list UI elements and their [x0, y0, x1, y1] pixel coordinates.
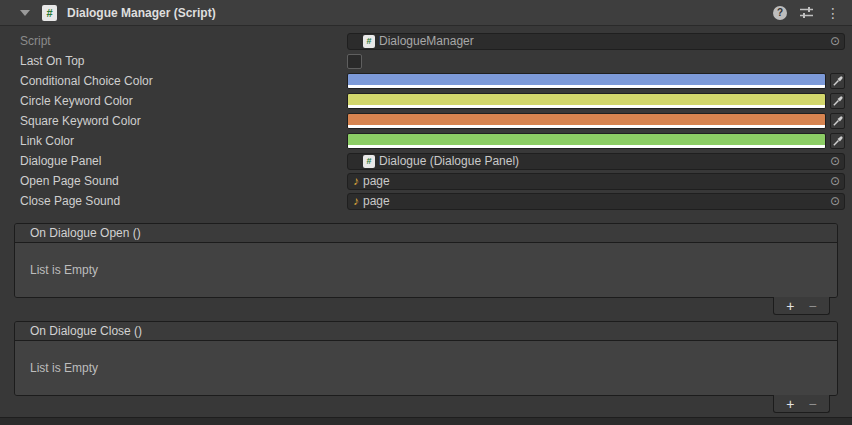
- component-title: Dialogue Manager (Script): [67, 6, 216, 20]
- property-label: Dialogue Panel: [0, 154, 347, 168]
- row-open-page-sound: Open Page Sound ♪ page ⊙: [0, 171, 852, 191]
- color-swatch[interactable]: [347, 73, 826, 89]
- object-picker-icon[interactable]: ⊙: [826, 34, 844, 49]
- color-swatch[interactable]: [347, 113, 826, 129]
- property-label: Conditional Choice Color: [0, 74, 347, 88]
- event-title: On Dialogue Close (): [30, 324, 142, 338]
- csharp-script-icon: #: [42, 5, 57, 21]
- event-list-toolbar: + −: [773, 297, 830, 315]
- event-on-dialogue-open: On Dialogue Open () List is Empty + −: [14, 223, 838, 315]
- eyedropper-button[interactable]: [830, 93, 845, 109]
- object-field-value: page: [363, 194, 826, 208]
- audio-clip-icon: ♪: [353, 174, 359, 188]
- object-field-value: Dialogue (Dialogue Panel): [379, 154, 826, 168]
- row-last-on-top: Last On Top: [0, 51, 852, 71]
- kebab-menu-icon[interactable]: ⋮: [826, 6, 840, 20]
- property-label: Square Keyword Color: [0, 114, 347, 128]
- empty-list-text: List is Empty: [30, 263, 98, 277]
- object-picker-icon[interactable]: ⊙: [826, 174, 844, 189]
- open-page-sound-object-field[interactable]: ♪ page ⊙: [347, 173, 845, 190]
- property-label: Circle Keyword Color: [0, 94, 347, 108]
- eyedropper-button[interactable]: [830, 113, 845, 129]
- row-circle-keyword-color: Circle Keyword Color: [0, 91, 852, 111]
- row-close-page-sound: Close Page Sound ♪ page ⊙: [0, 191, 852, 211]
- alpha-bar: [348, 145, 825, 148]
- event-title: On Dialogue Open (): [30, 226, 141, 240]
- component-header: # Dialogue Manager (Script) ? ⋮: [0, 0, 852, 26]
- property-label: Script: [0, 34, 347, 48]
- eyedropper-button[interactable]: [830, 133, 845, 149]
- remove-event-button[interactable]: −: [809, 299, 817, 313]
- audio-clip-icon: ♪: [353, 194, 359, 208]
- row-link-color: Link Color: [0, 131, 852, 151]
- property-label: Close Page Sound: [0, 194, 347, 208]
- csharp-script-icon: #: [363, 155, 375, 168]
- inspector-bottom-strip: [0, 417, 852, 425]
- close-page-sound-object-field[interactable]: ♪ page ⊙: [347, 193, 845, 210]
- event-list-body: List is Empty: [15, 341, 837, 395]
- alpha-bar: [348, 105, 825, 108]
- remove-event-button[interactable]: −: [809, 397, 817, 411]
- alpha-bar: [348, 125, 825, 128]
- property-list: Script # DialogueManager ⊙ Last On Top C…: [0, 26, 852, 211]
- event-header[interactable]: On Dialogue Open (): [15, 224, 837, 243]
- object-field-value: DialogueManager: [379, 34, 826, 48]
- eyedropper-button[interactable]: [830, 73, 845, 89]
- last-on-top-checkbox[interactable]: [347, 54, 362, 69]
- empty-list-text: List is Empty: [30, 361, 98, 375]
- event-header[interactable]: On Dialogue Close (): [15, 322, 837, 341]
- property-label: Open Page Sound: [0, 174, 347, 188]
- color-swatch[interactable]: [347, 93, 826, 109]
- object-picker-icon[interactable]: ⊙: [826, 194, 844, 209]
- object-picker-icon[interactable]: ⊙: [826, 154, 844, 169]
- row-dialogue-panel: Dialogue Panel # Dialogue (Dialogue Pane…: [0, 151, 852, 171]
- row-script: Script # DialogueManager ⊙: [0, 31, 852, 51]
- dialogue-panel-object-field[interactable]: # Dialogue (Dialogue Panel) ⊙: [347, 153, 845, 170]
- script-object-field[interactable]: # DialogueManager ⊙: [347, 33, 845, 50]
- row-conditional-choice-color: Conditional Choice Color: [0, 71, 852, 91]
- row-square-keyword-color: Square Keyword Color: [0, 111, 852, 131]
- foldout-arrow-icon[interactable]: [20, 10, 30, 16]
- presets-icon[interactable]: [799, 6, 814, 19]
- event-list-toolbar: + −: [773, 395, 830, 413]
- csharp-script-icon: #: [363, 35, 375, 48]
- event-on-dialogue-close: On Dialogue Close () List is Empty + −: [14, 321, 838, 413]
- add-event-button[interactable]: +: [786, 397, 794, 411]
- property-label: Last On Top: [0, 54, 347, 68]
- script-hash-glyph: #: [46, 7, 52, 19]
- object-field-value: page: [363, 174, 826, 188]
- alpha-bar: [348, 85, 825, 88]
- event-list-body: List is Empty: [15, 243, 837, 297]
- add-event-button[interactable]: +: [786, 299, 794, 313]
- help-icon[interactable]: ?: [773, 6, 787, 20]
- color-swatch[interactable]: [347, 133, 826, 149]
- property-label: Link Color: [0, 134, 347, 148]
